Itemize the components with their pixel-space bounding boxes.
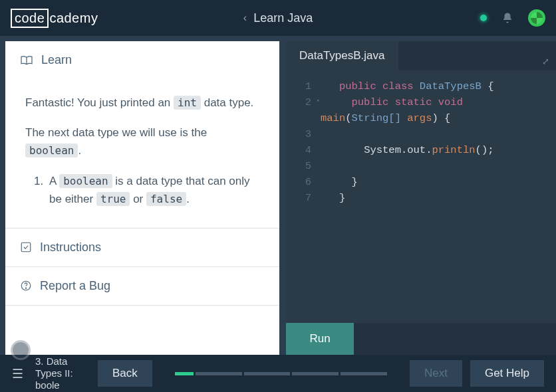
question-icon (20, 280, 32, 292)
editor-panel: DataTypesB.java ⤢ 1 public class DataTyp… (286, 41, 556, 355)
progress-segment (175, 372, 194, 375)
book-icon (20, 55, 33, 66)
next-paragraph: The next data type we will use is the bo… (25, 124, 259, 159)
status-dot-icon (480, 15, 487, 21)
fullscreen-icon[interactable]: ⤢ (542, 56, 549, 66)
report-bug-label: Report a Bug (40, 279, 110, 293)
next-button[interactable]: Next (410, 360, 462, 387)
learn-content: Fantastic! You just printed an int data … (5, 79, 279, 228)
code-editor[interactable]: 1 public class DataTypesB { 2▾ public st… (286, 70, 556, 323)
course-title: Learn Java (253, 11, 313, 25)
progress-segment (292, 372, 339, 375)
instructions-header[interactable]: Instructions (5, 229, 279, 266)
code-false: false (146, 192, 186, 206)
learn-section: Learn Fantastic! You just printed an int… (5, 41, 279, 229)
progress-segment (196, 372, 242, 375)
list-item: A boolean is a data type that can only b… (47, 172, 259, 208)
instructions-panel: Learn Fantastic! You just printed an int… (0, 36, 279, 355)
bell-icon[interactable] (501, 12, 513, 24)
menu-icon[interactable]: ☰ (12, 366, 23, 381)
logo[interactable]: codecademy (11, 9, 98, 28)
tab-filler: ⤢ (398, 41, 556, 70)
logo-box: code (11, 9, 49, 28)
run-button[interactable]: Run (286, 323, 354, 355)
tab-file[interactable]: DataTypesB.java (286, 41, 398, 70)
editor-tabs: DataTypesB.java ⤢ (286, 41, 556, 70)
progress-segment (244, 372, 291, 375)
learn-header[interactable]: Learn (5, 41, 279, 79)
loading-circle-icon-2 (11, 340, 31, 360)
back-button[interactable]: Back (98, 360, 152, 387)
code-true: true (96, 192, 130, 206)
code-boolean-2: boolean (59, 174, 112, 188)
footer-bar: ☰ 3. Data Types II: boole Back Next Get … (0, 355, 556, 392)
intro-paragraph: Fantastic! You just printed an int data … (25, 94, 259, 112)
svg-point-2 (25, 288, 26, 289)
learn-list: A boolean is a data type that can only b… (25, 172, 259, 208)
progress-bar (175, 372, 387, 375)
code-boolean: boolean (25, 144, 78, 157)
course-breadcrumb[interactable]: ‹ Learn Java (243, 11, 313, 25)
instructions-section: Instructions (5, 229, 279, 267)
tab-filename: DataTypesB.java (299, 49, 385, 62)
main-area: Learn Fantastic! You just printed an int… (0, 36, 556, 355)
svg-rect-0 (21, 243, 31, 252)
run-bar: Run (286, 323, 556, 355)
get-help-button[interactable]: Get Help (470, 360, 544, 387)
avatar-image (531, 12, 543, 24)
avatar[interactable] (528, 9, 545, 27)
progress-segment (341, 372, 387, 375)
report-bug-section: Report a Bug (5, 267, 279, 306)
instructions-label: Instructions (40, 241, 101, 254)
report-bug-header[interactable]: Report a Bug (5, 267, 279, 305)
lesson-title: 3. Data Types II: boole (35, 355, 90, 391)
app-header: codecademy ‹ Learn Java (0, 0, 556, 36)
fold-icon[interactable]: ▾ (317, 97, 320, 106)
instructions-scroll[interactable]: Learn Fantastic! You just printed an int… (5, 41, 279, 355)
learn-label: Learn (41, 53, 72, 67)
code-int: int (174, 96, 201, 110)
checkbox-icon (20, 241, 32, 253)
logo-text: cademy (49, 11, 98, 26)
chevron-left-icon: ‹ (243, 12, 247, 24)
header-actions (480, 9, 545, 27)
